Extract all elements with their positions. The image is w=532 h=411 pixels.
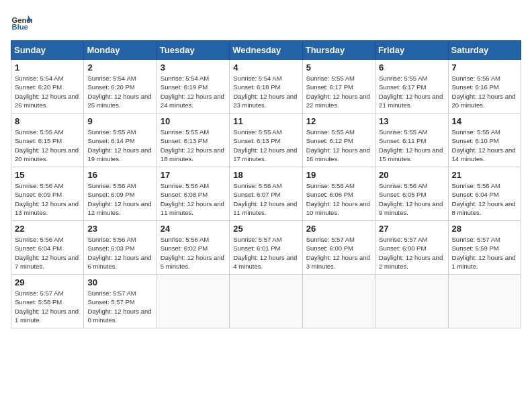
day-number: 18 <box>233 170 298 180</box>
calendar-cell: 10 Sunrise: 5:55 AMSunset: 6:13 PMDaylig… <box>157 113 229 167</box>
day-number: 3 <box>161 62 226 73</box>
day-number: 11 <box>233 116 298 126</box>
calendar-header-row: SundayMondayTuesdayWednesdayThursdayFrid… <box>11 41 521 60</box>
calendar-cell: 14 Sunrise: 5:55 AMSunset: 6:10 PMDaylig… <box>448 113 521 167</box>
day-number: 29 <box>15 277 80 287</box>
day-number: 2 <box>87 62 152 73</box>
day-number: 14 <box>452 116 517 126</box>
day-header-saturday: Saturday <box>448 41 521 60</box>
logo-icon: General Blue <box>11 11 32 32</box>
calendar-cell <box>448 275 521 328</box>
calendar-cell: 29 Sunrise: 5:57 AMSunset: 5:58 PMDaylig… <box>11 275 84 328</box>
cell-text: Sunrise: 5:57 AMSunset: 5:58 PMDaylight:… <box>15 289 79 324</box>
calendar-cell: 27 Sunrise: 5:57 AMSunset: 6:00 PMDaylig… <box>375 221 448 275</box>
calendar-cell: 15 Sunrise: 5:56 AMSunset: 6:09 PMDaylig… <box>11 167 84 221</box>
calendar-cell: 8 Sunrise: 5:55 AMSunset: 6:15 PMDayligh… <box>11 113 84 167</box>
cell-text: Sunrise: 5:56 AMSunset: 6:04 PMDaylight:… <box>452 182 516 216</box>
calendar-cell: 11 Sunrise: 5:55 AMSunset: 6:13 PMDaylig… <box>230 113 302 167</box>
cell-text: Sunrise: 5:55 AMSunset: 6:16 PMDaylight:… <box>452 75 516 109</box>
cell-text: Sunrise: 5:54 AMSunset: 6:19 PMDaylight:… <box>161 75 224 109</box>
day-number: 12 <box>306 116 371 126</box>
day-number: 24 <box>161 224 226 234</box>
day-header-tuesday: Tuesday <box>157 41 229 60</box>
day-number: 15 <box>15 170 80 180</box>
day-number: 22 <box>15 224 80 234</box>
day-number: 9 <box>87 116 152 126</box>
cell-text: Sunrise: 5:56 AMSunset: 6:02 PMDaylight:… <box>161 236 224 270</box>
calendar-cell: 20 Sunrise: 5:56 AMSunset: 6:05 PMDaylig… <box>375 167 448 221</box>
calendar-cell <box>302 275 375 328</box>
calendar-cell: 3 Sunrise: 5:54 AMSunset: 6:19 PMDayligh… <box>157 60 229 113</box>
day-number: 13 <box>379 116 444 126</box>
day-header-wednesday: Wednesday <box>230 41 302 60</box>
cell-text: Sunrise: 5:55 AMSunset: 6:10 PMDaylight:… <box>452 128 516 163</box>
cell-text: Sunrise: 5:54 AMSunset: 6:20 PMDaylight:… <box>15 75 79 109</box>
calendar-cell <box>375 275 448 328</box>
calendar-cell: 6 Sunrise: 5:55 AMSunset: 6:17 PMDayligh… <box>375 60 448 113</box>
cell-text: Sunrise: 5:55 AMSunset: 6:13 PMDaylight:… <box>233 128 297 163</box>
day-header-sunday: Sunday <box>11 41 84 60</box>
cell-text: Sunrise: 5:57 AMSunset: 5:57 PMDaylight:… <box>87 289 151 324</box>
day-number: 4 <box>233 62 298 73</box>
day-number: 8 <box>15 116 80 126</box>
cell-text: Sunrise: 5:55 AMSunset: 6:17 PMDaylight:… <box>379 75 443 109</box>
cell-text: Sunrise: 5:56 AMSunset: 6:05 PMDaylight:… <box>379 182 443 216</box>
calendar-cell: 24 Sunrise: 5:56 AMSunset: 6:02 PMDaylig… <box>157 221 229 275</box>
calendar-cell: 23 Sunrise: 5:56 AMSunset: 6:03 PMDaylig… <box>84 221 157 275</box>
cell-text: Sunrise: 5:55 AMSunset: 6:12 PMDaylight:… <box>306 128 370 163</box>
calendar-cell: 5 Sunrise: 5:55 AMSunset: 6:17 PMDayligh… <box>302 60 375 113</box>
day-number: 17 <box>161 170 226 180</box>
calendar-cell: 22 Sunrise: 5:56 AMSunset: 6:04 PMDaylig… <box>11 221 84 275</box>
calendar-cell: 17 Sunrise: 5:56 AMSunset: 6:08 PMDaylig… <box>157 167 229 221</box>
day-number: 16 <box>87 170 152 180</box>
cell-text: Sunrise: 5:55 AMSunset: 6:14 PMDaylight:… <box>87 128 151 163</box>
cell-text: Sunrise: 5:56 AMSunset: 6:08 PMDaylight:… <box>161 182 224 216</box>
calendar-cell: 13 Sunrise: 5:55 AMSunset: 6:11 PMDaylig… <box>375 113 448 167</box>
day-number: 1 <box>15 62 80 73</box>
calendar-cell: 4 Sunrise: 5:54 AMSunset: 6:18 PMDayligh… <box>230 60 302 113</box>
calendar-cell <box>157 275 229 328</box>
cell-text: Sunrise: 5:56 AMSunset: 6:03 PMDaylight:… <box>87 236 151 270</box>
day-number: 10 <box>161 116 226 126</box>
day-number: 6 <box>379 62 444 73</box>
cell-text: Sunrise: 5:56 AMSunset: 6:04 PMDaylight:… <box>15 236 79 270</box>
week-row-2: 8 Sunrise: 5:55 AMSunset: 6:15 PMDayligh… <box>11 113 521 167</box>
calendar-cell: 25 Sunrise: 5:57 AMSunset: 6:01 PMDaylig… <box>230 221 302 275</box>
day-number: 23 <box>87 224 152 234</box>
calendar-cell: 9 Sunrise: 5:55 AMSunset: 6:14 PMDayligh… <box>84 113 157 167</box>
cell-text: Sunrise: 5:56 AMSunset: 6:09 PMDaylight:… <box>15 182 79 216</box>
calendar-cell: 16 Sunrise: 5:56 AMSunset: 6:09 PMDaylig… <box>84 167 157 221</box>
week-row-3: 15 Sunrise: 5:56 AMSunset: 6:09 PMDaylig… <box>11 167 521 221</box>
day-number: 30 <box>87 277 152 287</box>
calendar-cell: 2 Sunrise: 5:54 AMSunset: 6:20 PMDayligh… <box>84 60 157 113</box>
cell-text: Sunrise: 5:55 AMSunset: 6:11 PMDaylight:… <box>379 128 443 163</box>
cell-text: Sunrise: 5:56 AMSunset: 6:06 PMDaylight:… <box>306 182 370 216</box>
calendar-cell: 21 Sunrise: 5:56 AMSunset: 6:04 PMDaylig… <box>448 167 521 221</box>
day-number: 25 <box>233 224 298 234</box>
calendar-cell: 30 Sunrise: 5:57 AMSunset: 5:57 PMDaylig… <box>84 275 157 328</box>
cell-text: Sunrise: 5:57 AMSunset: 6:00 PMDaylight:… <box>379 236 443 270</box>
cell-text: Sunrise: 5:57 AMSunset: 6:01 PMDaylight:… <box>233 236 297 270</box>
day-header-monday: Monday <box>84 41 157 60</box>
week-row-1: 1 Sunrise: 5:54 AMSunset: 6:20 PMDayligh… <box>11 60 521 113</box>
calendar-cell: 28 Sunrise: 5:57 AMSunset: 5:59 PMDaylig… <box>448 221 521 275</box>
calendar-cell: 18 Sunrise: 5:56 AMSunset: 6:07 PMDaylig… <box>230 167 302 221</box>
day-number: 28 <box>452 224 517 234</box>
week-row-4: 22 Sunrise: 5:56 AMSunset: 6:04 PMDaylig… <box>11 221 521 275</box>
calendar-body: 1 Sunrise: 5:54 AMSunset: 6:20 PMDayligh… <box>11 60 521 328</box>
calendar-cell: 12 Sunrise: 5:55 AMSunset: 6:12 PMDaylig… <box>302 113 375 167</box>
day-number: 7 <box>452 62 517 73</box>
calendar-cell: 1 Sunrise: 5:54 AMSunset: 6:20 PMDayligh… <box>11 60 84 113</box>
calendar-cell: 19 Sunrise: 5:56 AMSunset: 6:06 PMDaylig… <box>302 167 375 221</box>
cell-text: Sunrise: 5:57 AMSunset: 5:59 PMDaylight:… <box>452 236 516 270</box>
header: General Blue <box>11 11 521 32</box>
cell-text: Sunrise: 5:55 AMSunset: 6:15 PMDaylight:… <box>15 128 79 163</box>
cell-text: Sunrise: 5:54 AMSunset: 6:18 PMDaylight:… <box>233 75 297 109</box>
cell-text: Sunrise: 5:55 AMSunset: 6:17 PMDaylight:… <box>306 75 370 109</box>
svg-text:Blue: Blue <box>12 23 28 31</box>
cell-text: Sunrise: 5:54 AMSunset: 6:20 PMDaylight:… <box>87 75 151 109</box>
cell-text: Sunrise: 5:56 AMSunset: 6:07 PMDaylight:… <box>233 182 297 216</box>
day-number: 20 <box>379 170 444 180</box>
cell-text: Sunrise: 5:55 AMSunset: 6:13 PMDaylight:… <box>161 128 224 163</box>
calendar-cell: 7 Sunrise: 5:55 AMSunset: 6:16 PMDayligh… <box>448 60 521 113</box>
